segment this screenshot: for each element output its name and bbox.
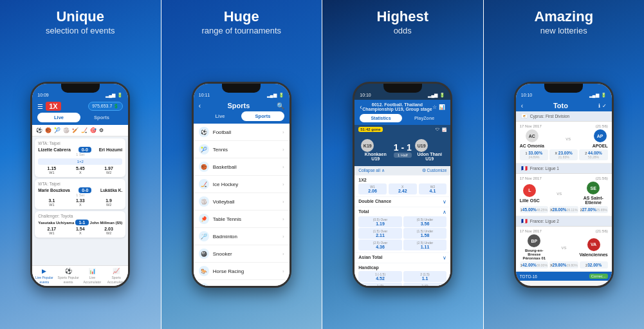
match3-w2: 2.03W2: [95, 227, 122, 235]
double-chance-expand[interactable]: ∨: [443, 199, 446, 205]
phone3-signal: ▂▄▆: [428, 93, 437, 98]
sport-volleyball-left: 🏐 Volleyball: [199, 196, 235, 207]
market-1x2-label: 1X2: [358, 178, 446, 182]
toto2-odd-2[interactable]: 227.00%25.65%: [580, 206, 608, 213]
toto-vs1: vs: [566, 136, 571, 142]
handicap-1-15[interactable]: 1 (-1.5)4.52: [358, 271, 402, 282]
tab2-sports[interactable]: Sports: [241, 111, 284, 121]
match2-x: 1.33X: [67, 198, 94, 207]
bottom-tab-live-acc[interactable]: 📊Live Accumulator: [80, 266, 104, 286]
customize-btn[interactable]: ⚙ Customize: [422, 168, 447, 173]
tennis-label: Tennis: [213, 147, 228, 153]
phone1-tabs: Live Sports: [32, 113, 128, 125]
sport-icehockey[interactable]: 🏒 Ice Hockey ›: [194, 176, 290, 193]
collapse-all-btn[interactable]: Collapse all ∧: [358, 168, 384, 173]
basketball-label: Basketball: [213, 164, 237, 170]
panel4-phone-wrap: 10:10 ▂▄▆ 🔋 ‹ Toto ℹ ✓: [484, 41, 645, 329]
back-icon[interactable]: ‹: [199, 102, 201, 109]
star-icon[interactable]: ☆: [432, 104, 437, 110]
phone2-time: 10:11: [199, 93, 210, 98]
phone2-screen: 10:11 ▂▄▆ 🔋 ‹ Sports 🔍 Live Sports: [194, 84, 290, 286]
toto3-odd-1[interactable]: 142.00%39.00%: [520, 261, 548, 268]
odd-w2-value: 4.1: [419, 189, 446, 193]
sport-tabletennis[interactable]: 🏓 Table Tennis ›: [194, 211, 290, 228]
match1-date: 17 Nov 2017: [520, 124, 542, 128]
toto16-label: TOTO-16: [520, 274, 537, 279]
odds-control-row: Collapse all ∧ ⚙ Customize: [354, 166, 450, 175]
toto-label-1: 1: [526, 151, 528, 155]
total-15-under[interactable]: (1.5) Under1.58: [403, 228, 447, 239]
toto2-odd-x[interactable]: X28.00%26.11%: [549, 206, 578, 213]
match1-teams: Lizette Cabrera 0-0 Eri Hozumi: [38, 147, 122, 153]
chart-icon[interactable]: 📊: [439, 104, 445, 110]
phone3-event-header: ‹ 6012. Football. Thailand Championship …: [354, 100, 450, 114]
toto-team2: AP APOEL: [593, 129, 608, 148]
settings-icon: ⚙: [99, 127, 104, 133]
sport-football-left: ⚽ Football: [199, 127, 231, 137]
handicap-2-0[interactable]: 2 (0)2.63: [403, 283, 447, 286]
phone2-battery: 🔋: [279, 93, 284, 98]
accum-icon: 📊: [81, 268, 104, 276]
badminton-chevron: ›: [282, 234, 284, 240]
panel2-subtitle: range of tournaments: [201, 26, 281, 35]
market-total-label: Total: [358, 209, 369, 214]
snooker-label: Snooker: [213, 251, 232, 257]
total-25-under[interactable]: (2.5) Under1.11: [403, 240, 447, 250]
toto-match3-teams: BP Bourg-en-Bresse Péronnas 01 vs VA Val…: [520, 234, 608, 260]
tab-sports[interactable]: Sports: [80, 113, 124, 122]
bottom-tab-live[interactable]: ▶Live Popular events: [32, 266, 56, 286]
tab2-live[interactable]: Live: [199, 111, 242, 121]
phone4-back-icon[interactable]: ‹: [521, 102, 523, 109]
toto2-odd-1[interactable]: 145.00%48.25%: [520, 206, 548, 213]
total-05-over[interactable]: (0.5) Over1.19: [358, 216, 402, 227]
sport-tennis[interactable]: 🎾 Tennis ›: [194, 141, 290, 158]
market-double-chance-label: Double Chance: [358, 199, 391, 203]
total-15-over[interactable]: (1.5) Over2.11: [358, 228, 402, 239]
toto3-odd-x[interactable]: X29.80%29.80%: [549, 261, 578, 268]
sports-acc-icon: 📈: [105, 268, 127, 276]
toto-odd-x[interactable]: X 23.00% 21.83%: [549, 149, 578, 160]
sport-bandy[interactable]: 🏑 Bandy ›: [194, 280, 290, 286]
sport-football[interactable]: ⚽ Football ›: [194, 124, 290, 141]
sport-volleyball[interactable]: 🏐 Volleyball ›: [194, 193, 290, 211]
check-icon[interactable]: ✓: [602, 103, 607, 109]
football-label: Football: [213, 129, 231, 135]
total-expand[interactable]: ∧: [443, 209, 446, 215]
odd-w1[interactable]: W1 2.06: [358, 183, 387, 194]
sport-horseracing[interactable]: 🐎 Horse Racing ›: [194, 263, 290, 280]
match1-odd-1x2[interactable]: 1×2: [38, 158, 122, 165]
handicap-2-15[interactable]: 2 (1.5)1.1: [403, 271, 447, 282]
phone1-bottom-nav: ▶Live Popular events ⚽Sports Popular eve…: [32, 265, 128, 286]
tab-playzone[interactable]: PlayZone: [403, 114, 446, 122]
phone3-battery: 🔋: [439, 93, 445, 98]
toto-title: Toto: [553, 102, 568, 109]
market-1x2: 1X2 W1 2.06 X 2.42: [354, 176, 450, 196]
horseracing-sport-icon: 🐎: [199, 266, 209, 276]
odd-w2[interactable]: W2 4.1: [419, 183, 447, 194]
odd-x[interactable]: X 2.42: [389, 183, 417, 194]
asian-total-expand[interactable]: ∨: [443, 255, 446, 261]
toto16-bar: TOTO-16 Correc...: [516, 272, 612, 281]
phone2-status-icons: ▂▄▆ 🔋: [267, 93, 284, 98]
bottom-tab-sports-acc[interactable]: 📈Sports Accumulator: [104, 266, 128, 286]
icehockey-sport-icon: 🏒: [199, 179, 209, 189]
info-icon[interactable]: ℹ: [598, 103, 600, 109]
handicap-1-0[interactable]: 1 (0)1.38: [358, 283, 402, 286]
toto-odd-1[interactable]: 1 33.00% 24.89%: [520, 149, 548, 160]
search-icon[interactable]: 🔍: [277, 102, 284, 109]
bottom-tab-sports[interactable]: ⚽Sports Popular events: [57, 266, 80, 286]
basketball-chevron: ›: [282, 164, 284, 170]
sport-snooker[interactable]: 🎱 Snooker ›: [194, 245, 290, 263]
total-05-under[interactable]: (0.5) Under3.56: [403, 216, 447, 227]
tab-live[interactable]: Live: [37, 113, 80, 122]
toto3-odd-2[interactable]: 232.00%: [580, 261, 608, 268]
valenciennes-logo: VA: [587, 238, 600, 251]
toto-odd-2[interactable]: 2 44.00% 53.28%: [579, 149, 607, 160]
total-25-over[interactable]: (2.5) Over4.36: [358, 240, 402, 250]
app-logo: 1X: [46, 102, 60, 111]
sport-badminton[interactable]: 🏸 Badminton ›: [194, 228, 290, 245]
snooker-chevron: ›: [282, 251, 284, 257]
sport-basketball[interactable]: 🏀 Basketball ›: [194, 158, 290, 176]
tab-statistics[interactable]: Statistics: [360, 114, 402, 122]
cyprus-league-name: Cyprus: First Division: [530, 114, 569, 118]
